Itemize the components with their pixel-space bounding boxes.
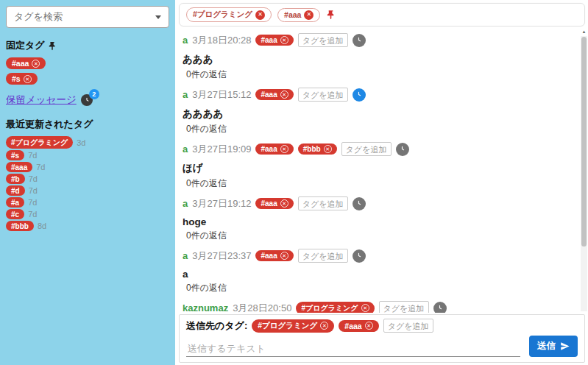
send-button[interactable]: 送信 (529, 336, 578, 357)
message-body: ああああ (183, 107, 576, 121)
recent-tag[interactable]: #bbb (6, 221, 34, 231)
tag-search-placeholder: タグを検索 (14, 10, 63, 24)
send-button-label: 送信 (537, 340, 556, 352)
clock-icon-button[interactable] (433, 302, 447, 313)
remove-tag-icon[interactable] (24, 75, 32, 83)
add-tag-input[interactable] (379, 301, 429, 313)
pending-count-badge: 2 (89, 89, 99, 99)
message-tag-label: #aaa (261, 91, 277, 99)
recent-tag[interactable]: #a (6, 197, 24, 208)
recent-tag[interactable]: #d (6, 185, 25, 196)
recent-tag[interactable]: #プログラミング (6, 136, 73, 149)
recent-tag[interactable]: #aaa (6, 162, 32, 172)
recent-tag[interactable]: #c (6, 209, 24, 219)
remove-tag-icon[interactable] (304, 10, 314, 20)
clock-icon-button[interactable] (353, 34, 366, 47)
message-list: a 3月18日20:28 #aaa あああ 0件の返信 a 3月27日15:12 (175, 26, 588, 313)
scroll-up-arrow-icon[interactable]: ▲ (581, 28, 587, 35)
recent-tags-heading: 最近更新されたタグ (6, 118, 169, 131)
message-replies[interactable]: 0件の返信 (183, 68, 576, 81)
message-body: a (183, 269, 576, 280)
message-tag[interactable]: #aaa (255, 143, 293, 155)
filter-tag-label: #プログラミング (193, 10, 252, 20)
remove-tag-icon[interactable] (280, 145, 288, 153)
message-replies[interactable]: 0件の返信 (183, 177, 576, 190)
message-text-input[interactable] (186, 341, 520, 357)
main-panel: #プログラミング #aaa a 3月18日20:28 #aaa (175, 0, 588, 365)
message-username[interactable]: a (183, 35, 188, 46)
pinned-tag[interactable]: #aaa (6, 57, 46, 69)
remove-tag-icon[interactable] (361, 304, 369, 312)
add-tag-input[interactable] (298, 88, 348, 102)
composer-tag-label: #aaa (344, 322, 361, 330)
add-tag-input[interactable] (298, 196, 348, 210)
message-tag[interactable]: #bbb (298, 143, 337, 155)
message-replies[interactable]: 0件の返信 (183, 230, 576, 242)
remove-tag-icon[interactable] (280, 199, 288, 208)
add-tag-input[interactable] (298, 33, 348, 47)
scrollbar[interactable]: ▲ (581, 28, 587, 311)
recent-tag[interactable]: #b (6, 174, 25, 184)
message-body: あああ (183, 53, 576, 66)
pin-icon (48, 41, 57, 51)
message-replies[interactable]: 0件の返信 (183, 123, 576, 135)
message-tag[interactable]: #プログラミング (296, 302, 374, 313)
message-header: kaznumaz 3月28日20:50 #プログラミング (183, 301, 576, 313)
message-tag[interactable]: #aaa (255, 35, 293, 46)
remove-tag-icon[interactable] (32, 60, 40, 68)
message-tag-label: #aaa (261, 199, 277, 208)
message-tag-label: #aaa (261, 36, 277, 44)
clock-icon-button[interactable] (396, 143, 409, 156)
chevron-down-icon (155, 15, 161, 19)
recent-tag[interactable]: #s (6, 150, 24, 160)
message-tag[interactable]: #aaa (255, 89, 293, 100)
remove-tag-icon[interactable] (324, 145, 332, 153)
remove-tag-icon[interactable] (280, 252, 288, 260)
tag-search-select[interactable]: タグを検索 (6, 6, 169, 28)
scrollbar-track[interactable] (581, 36, 587, 311)
composer-tag-label: #プログラミング (258, 321, 317, 331)
remove-tag-icon[interactable] (280, 91, 288, 99)
recent-tag-row: #c 7d (6, 209, 169, 219)
message-tag-label: #bbb (303, 145, 321, 153)
filter-tag[interactable]: #aaa (277, 8, 320, 22)
composer-input-row: 送信 (186, 336, 578, 357)
message-tag[interactable]: #aaa (255, 198, 293, 209)
message-date: 3月27日15:12 (192, 88, 251, 102)
sidebar: タグを検索 固定タグ #aaa #s 保留メッセージ 2 最近更新されたタグ #… (0, 0, 175, 365)
message-item: a 3月27日23:37 #aaa a 0件の返信 (183, 242, 576, 294)
pending-messages-link[interactable]: 保留メッセージ (6, 93, 77, 107)
message-username[interactable]: a (183, 89, 188, 100)
add-tag-input[interactable] (298, 249, 348, 263)
message-replies[interactable]: 0件の返信 (183, 282, 576, 294)
recent-tag-row: #bbb 8d (6, 221, 169, 231)
scrollbar-thumb[interactable] (581, 37, 587, 247)
clock-icon-button[interactable] (353, 249, 366, 263)
message-item: a 3月27日19:12 #aaa hoge 0件の返信 (183, 190, 576, 242)
pinned-tag-label: #s (12, 74, 21, 83)
message-username[interactable]: a (183, 198, 188, 209)
remove-tag-icon[interactable] (280, 36, 288, 44)
message-tag[interactable]: #aaa (255, 250, 293, 261)
filter-tag[interactable]: #プログラミング (186, 7, 272, 22)
message-username[interactable]: kaznumaz (183, 302, 228, 313)
message-username[interactable]: a (183, 250, 188, 261)
pin-icon[interactable] (326, 10, 336, 20)
recent-tag-row: #b 7d (6, 174, 169, 184)
add-tag-input[interactable] (383, 319, 433, 333)
pending-messages-row: 保留メッセージ 2 (6, 93, 169, 107)
remove-tag-icon[interactable] (255, 10, 265, 20)
remove-tag-icon[interactable] (320, 322, 328, 330)
message-tag-label: #aaa (261, 145, 277, 153)
pinned-tag[interactable]: #s (6, 73, 38, 85)
add-tag-input[interactable] (341, 142, 392, 156)
composer-tag[interactable]: #aaa (339, 320, 378, 332)
composer-tag[interactable]: #プログラミング (252, 319, 334, 333)
message-username[interactable]: a (183, 143, 188, 155)
message-item: a 3月18日20:28 #aaa あああ 0件の返信 (183, 26, 576, 81)
clock-icon-button[interactable] (353, 197, 366, 210)
remove-tag-icon[interactable] (365, 322, 373, 330)
tag-age: 7d (36, 163, 45, 171)
message-date: 3月28日20:50 (233, 302, 291, 313)
clock-icon-button[interactable] (353, 88, 366, 102)
